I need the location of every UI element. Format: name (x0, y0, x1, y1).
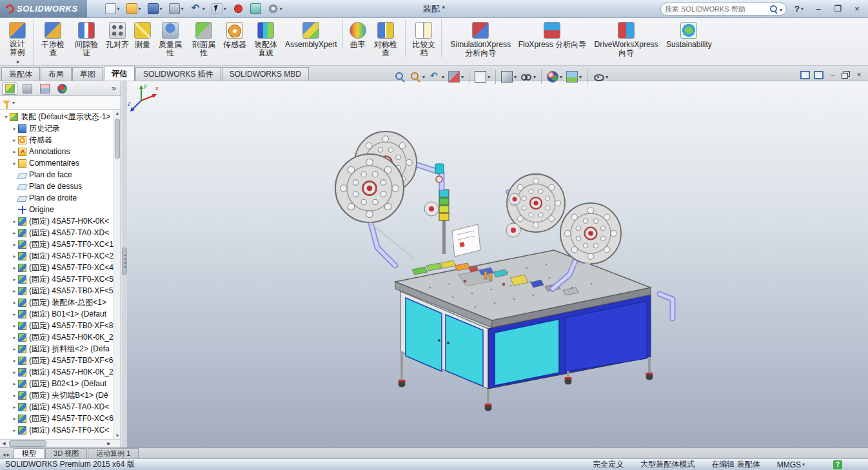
expand-arrow-icon[interactable] (11, 288, 18, 294)
panel-splitter[interactable] (122, 81, 127, 447)
expand-arrow-icon[interactable] (11, 311, 18, 317)
expand-arrow-icon[interactable] (11, 219, 18, 224)
expand-arrow-icon[interactable] (3, 114, 10, 120)
view-orientation-button[interactable] (469, 70, 492, 84)
section-properties-button[interactable]: 剖面属性 (187, 19, 221, 57)
clearance-verification-button[interactable]: 间隙验证 (70, 19, 103, 57)
expand-arrow-icon[interactable] (11, 277, 18, 282)
save-button[interactable] (146, 2, 164, 16)
model-tab[interactable]: 模型 (14, 448, 44, 458)
open-button[interactable] (125, 2, 143, 16)
document-restore-button[interactable] (842, 71, 850, 79)
tree-item[interactable]: (固定) B01<1> (Défaut (0, 308, 121, 320)
splitter-grip[interactable] (122, 248, 127, 275)
tree-item[interactable]: (固定) 4SA57-H0K-0K_2 (0, 366, 121, 378)
tree-item[interactable]: 传感器 (0, 134, 121, 146)
close-button[interactable]: × (850, 3, 864, 15)
edit-appearance-button[interactable] (541, 70, 564, 84)
pane-right-icon[interactable] (814, 71, 824, 79)
expand-arrow-icon[interactable] (11, 381, 18, 387)
tree-item[interactable]: Plan de droite (0, 192, 121, 204)
search-box[interactable] (660, 3, 787, 15)
tree-item[interactable]: (固定) 4SA57-TF0-XC< (0, 424, 121, 436)
file-properties-button[interactable] (249, 2, 262, 16)
filter-caret-icon[interactable]: ▾ (12, 100, 15, 106)
tab-solidworks-addins[interactable]: SOLIDWORKS 插件 (135, 67, 221, 81)
panel-tabs-overflow-icon[interactable]: » (112, 84, 119, 93)
scroll-down-icon[interactable]: ▼ (114, 432, 121, 439)
expand-arrow-icon[interactable] (11, 323, 18, 329)
expand-arrow-icon[interactable] (11, 230, 18, 236)
tree-horizontal-scrollbar[interactable]: ◀ ▶ (0, 439, 121, 447)
undo-button[interactable] (189, 2, 206, 16)
tab-scroll-right-icon[interactable]: ▸ (7, 451, 10, 458)
tab-evaluate[interactable]: 评估 (104, 66, 135, 81)
tree-item[interactable]: (固定) 4SA57-TF0-XC<4 (0, 262, 121, 273)
tree-item[interactable]: (固定) 4SA57-TB0-XF<8 (0, 320, 121, 331)
document-minimize-button[interactable]: – (827, 70, 838, 79)
zoom-to-area-button[interactable] (408, 70, 427, 84)
new-document-button[interactable] (104, 2, 121, 16)
expand-arrow-icon[interactable] (11, 265, 18, 271)
expand-arrow-icon[interactable] (11, 253, 18, 259)
interference-check-button[interactable]: 干涉检查 (36, 19, 70, 57)
minimize-button[interactable]: – (811, 3, 825, 15)
property-manager-tab[interactable] (19, 83, 35, 95)
configuration-manager-tab[interactable] (37, 83, 52, 95)
sign-panel[interactable] (452, 224, 480, 257)
horizontal-scroll-thumb[interactable] (9, 440, 46, 447)
3d-views-tab[interactable]: 3D 视图 (45, 448, 87, 458)
expand-arrow-icon[interactable] (11, 404, 18, 410)
tree-item[interactable]: (固定) 装配体-总图<1> (0, 297, 121, 308)
expand-arrow-icon[interactable] (11, 393, 18, 398)
tree-item[interactable]: Commentaires (0, 157, 121, 169)
tree-item[interactable]: (固定) 4SA57-TF0-XC<6 (0, 413, 121, 424)
assembly-visualization-button[interactable]: 装配体直观 (249, 19, 282, 57)
tree-item[interactable]: (固定) 4SA57-TF0-XC<5 (0, 273, 121, 285)
section-view-button[interactable] (446, 70, 466, 84)
filter-icon[interactable] (3, 101, 10, 105)
sensors-button[interactable]: 传感器 (221, 19, 249, 49)
maximize-button[interactable]: ❐ (831, 3, 845, 15)
select-button[interactable] (210, 2, 228, 16)
tree-item[interactable]: (固定) 4SA57-TA0-XD< (0, 401, 121, 413)
assembly-model[interactable] (127, 81, 868, 447)
curvature-button[interactable]: 曲率 (342, 19, 369, 49)
tree-item[interactable]: (固定) 4SA57-TF0-XC<2 (0, 250, 121, 262)
design-study-button[interactable]: 设计算例 (1, 19, 34, 65)
tab-sketch[interactable]: 草图 (72, 67, 103, 81)
display-style-button[interactable] (495, 70, 518, 84)
tree-item[interactable]: Annotations (0, 146, 121, 157)
tree-item[interactable]: Origine (0, 204, 121, 215)
apply-scene-button[interactable] (564, 70, 584, 84)
expand-arrow-icon[interactable] (11, 126, 18, 132)
help-button[interactable]: ? (792, 3, 806, 15)
expand-arrow-icon[interactable] (11, 149, 18, 155)
search-options-caret-icon[interactable] (778, 5, 782, 14)
motion-study-1-tab[interactable]: 运动算例 1 (88, 448, 139, 458)
floxpress-button[interactable]: FloXpress 分析向导 (516, 19, 589, 49)
scroll-up-icon[interactable]: ▲ (114, 110, 121, 117)
symmetry-check-button[interactable]: 对称检查 (369, 19, 402, 57)
hole-alignment-button[interactable]: 孔对齐 (103, 19, 132, 49)
tree-item[interactable]: (固定) 4SA57-TB0-XF<6 (0, 355, 121, 366)
measure-button[interactable]: 测量 (132, 19, 153, 49)
expand-arrow-icon[interactable] (11, 161, 18, 166)
driveworksxpress-button[interactable]: DriveWorksXpress 向导 (589, 19, 664, 57)
tree-item[interactable]: (固定) 4SA57-H0K-0K_2 (0, 331, 121, 343)
display-manager-tab[interactable] (54, 83, 70, 95)
print-button[interactable] (168, 2, 185, 16)
zoom-to-fit-button[interactable] (392, 70, 408, 84)
expand-arrow-icon[interactable] (11, 346, 18, 352)
search-icon[interactable] (769, 5, 778, 14)
pane-left-icon[interactable] (800, 71, 810, 79)
units-selector[interactable]: MMGS (777, 460, 805, 469)
rebuild-button[interactable] (232, 2, 245, 16)
tree-item[interactable]: 装配 (Défaut<显示状态-1> (0, 111, 121, 122)
tab-assembly[interactable]: 装配体 (1, 67, 40, 81)
tree-filter-bar[interactable]: ▾ (0, 96, 121, 110)
expand-arrow-icon[interactable] (11, 300, 18, 306)
tab-scroll-controls[interactable]: ◂ ▸ (0, 451, 14, 458)
tree-item[interactable]: 历史记录 (0, 122, 121, 134)
mass-properties-button[interactable]: 质量属性 (153, 19, 187, 57)
